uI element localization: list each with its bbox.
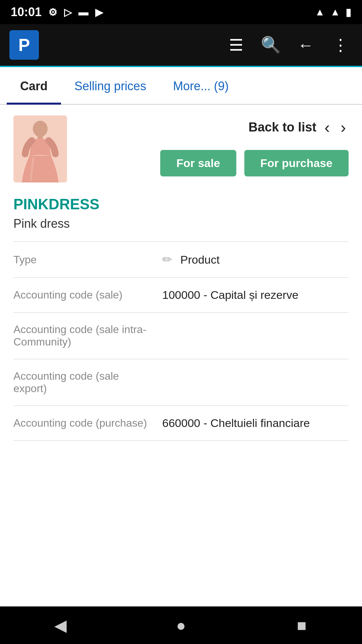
product-image-svg	[13, 115, 67, 182]
signal-icon: ▲	[330, 6, 340, 18]
back-nav: Back to list ‹ ›	[248, 115, 349, 139]
bottom-nav: ◀ ● ■	[0, 606, 362, 644]
back-button[interactable]: ←	[294, 33, 318, 57]
field-row-accounting-intra: Accounting code (sale intra-Community)	[13, 313, 349, 359]
back-to-list-text: Back to list	[248, 120, 316, 135]
more-options-button[interactable]: ⋮	[328, 33, 353, 57]
sd-card-icon: ▬	[78, 6, 88, 18]
nav-back-button[interactable]: ◀	[40, 612, 80, 639]
tab-more[interactable]: More... (9)	[160, 67, 242, 105]
field-value-accounting-purchase: 660000 - Cheltuieli financiare	[162, 417, 349, 430]
prev-item-button[interactable]: ‹	[322, 115, 333, 139]
for-sale-button[interactable]: For sale	[160, 150, 236, 176]
action-buttons: For sale For purchase	[160, 150, 349, 176]
product-name: Pink dress	[13, 217, 349, 231]
field-row-accounting-sale: Accounting code (sale) 100000 - Capital …	[13, 278, 349, 313]
field-label-accounting-sale: Accounting code (sale)	[13, 289, 154, 301]
edit-icon-type[interactable]: ✏	[162, 253, 172, 267]
tab-card[interactable]: Card	[7, 67, 61, 105]
next-item-button[interactable]: ›	[338, 115, 349, 139]
field-label-accounting-purchase: Accounting code (purchase)	[13, 417, 154, 429]
app-logo[interactable]: P	[9, 30, 39, 60]
product-code: PINKDRESS	[13, 196, 349, 213]
for-purchase-button[interactable]: For purchase	[244, 150, 349, 176]
status-time: 10:01	[11, 5, 42, 19]
field-label-accounting-intra: Accounting code (sale intra-Community)	[13, 323, 154, 348]
settings-icon: ⚙	[48, 6, 57, 18]
field-row-accounting-purchase: Accounting code (purchase) 660000 - Chel…	[13, 406, 349, 441]
nav-recents-button[interactable]: ■	[282, 612, 322, 639]
search-button[interactable]: 🔍	[259, 33, 283, 57]
wifi-icon: ▲	[315, 6, 325, 18]
menu-button[interactable]: ☰	[224, 33, 248, 57]
battery-icon: ▮	[346, 6, 351, 18]
main-content: Back to list ‹ › For sale For purchase P…	[0, 105, 362, 451]
product-image	[13, 115, 67, 182]
product-header: Back to list ‹ › For sale For purchase	[13, 115, 349, 182]
play-protect-icon: ▷	[64, 6, 72, 18]
tab-selling-prices[interactable]: Selling prices	[61, 67, 160, 105]
field-value-accounting-sale: 100000 - Capital și rezerve	[162, 288, 349, 302]
play-store-icon: ▶	[95, 6, 103, 18]
status-bar: 10:01 ⚙ ▷ ▬ ▶ ▲ ▲ ▮	[0, 0, 362, 24]
field-label-accounting-export: Accounting code (sale export)	[13, 370, 154, 395]
tabs-bar: Card Selling prices More... (9)	[0, 67, 362, 105]
app-bar: P ☰ 🔍 ← ⋮	[0, 24, 362, 67]
search-icon: 🔍	[261, 36, 281, 54]
field-row-type: Type ✏ Product	[13, 242, 349, 278]
nav-recents-icon: ■	[297, 616, 307, 635]
back-icon: ←	[298, 36, 314, 54]
field-value-type: Product	[180, 253, 349, 266]
field-row-accounting-export: Accounting code (sale export)	[13, 359, 349, 406]
field-label-type: Type	[13, 254, 154, 266]
product-actions: Back to list ‹ › For sale For purchase	[78, 115, 349, 176]
more-icon: ⋮	[333, 36, 349, 54]
nav-back-icon: ◀	[54, 616, 67, 635]
nav-home-icon: ●	[176, 616, 186, 635]
nav-home-button[interactable]: ●	[161, 612, 201, 639]
svg-point-1	[33, 121, 48, 137]
